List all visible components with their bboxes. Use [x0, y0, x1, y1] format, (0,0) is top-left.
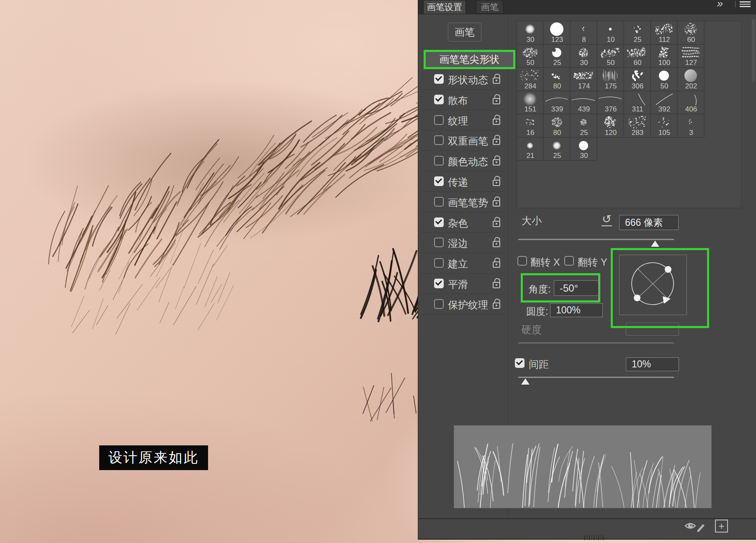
option-row-7[interactable]: 画笔笔势 [420, 192, 507, 212]
new-brush-button[interactable]: + [715, 520, 728, 533]
brush-preset-50[interactable]: 50 [597, 45, 624, 68]
unlock-icon[interactable] [492, 74, 501, 84]
angle-handle-dot[interactable] [634, 295, 640, 301]
brush-preset-406[interactable]: 406 [678, 91, 705, 115]
live-tip-preview-icon[interactable] [684, 520, 709, 533]
brush-tip-shape-item[interactable]: 画笔笔尖形状 [424, 50, 515, 69]
brush-preset-284[interactable]: 284 [517, 68, 544, 91]
option-row-12[interactable]: 保护纹理 [420, 294, 507, 315]
option-row-6[interactable]: 传递 [420, 171, 507, 192]
size-slider[interactable] [518, 239, 674, 240]
brush-preset-3[interactable]: 3 [678, 114, 705, 138]
option-checkbox[interactable] [434, 156, 444, 165]
angle-roundness-widget[interactable] [619, 255, 687, 315]
unlock-icon[interactable] [492, 135, 501, 145]
brush-preset-30[interactable]: 30 [571, 138, 597, 161]
brush-preset-21[interactable]: 21 [517, 138, 544, 161]
brush-preset-30[interactable]: 30 [571, 45, 597, 68]
unlock-icon[interactable] [492, 94, 501, 104]
brush-preset-50[interactable]: 50 [651, 68, 678, 91]
option-checkbox[interactable] [434, 258, 444, 268]
brush-preset-8[interactable]: 8 [571, 21, 597, 45]
option-row-8[interactable]: 杂色 [420, 212, 507, 233]
angle-widget-highlight-box [611, 248, 709, 328]
scrollbar-thumb[interactable] [752, 19, 755, 82]
brush-preset-123[interactable]: 123 [544, 21, 571, 45]
brush-preset-25[interactable]: 25 [544, 45, 571, 68]
brush-preset-30[interactable]: 30 [517, 21, 544, 45]
option-row-9[interactable]: 湿边 [420, 233, 507, 253]
brush-preset-60[interactable]: 60 [624, 45, 651, 68]
brush-preset-439[interactable]: 439 [571, 91, 597, 115]
unlock-icon[interactable] [492, 237, 501, 247]
brush-preset-127[interactable]: 127 [678, 45, 705, 68]
option-row-2[interactable]: 散布 [420, 90, 507, 110]
brush-preset-283[interactable]: 283 [624, 114, 651, 138]
spacing-input[interactable]: 10% [626, 357, 679, 371]
brush-preset-100[interactable]: 100 [651, 45, 678, 68]
brush-preset-25[interactable]: 25 [544, 138, 571, 161]
option-checkbox[interactable] [434, 299, 444, 309]
roundness-input[interactable]: 100% [550, 303, 603, 317]
brush-preset-151[interactable]: 151 [517, 91, 544, 115]
unlock-icon[interactable] [492, 197, 501, 207]
size-input[interactable]: 666 像素 [619, 215, 679, 230]
unlock-icon[interactable] [492, 115, 501, 125]
brush-preset-10[interactable]: 10 [597, 21, 624, 45]
option-checkbox[interactable] [434, 279, 444, 288]
brush-preset-339[interactable]: 339 [544, 91, 571, 115]
brush-preset-50[interactable]: 50 [517, 45, 544, 68]
brush-preset-311[interactable]: 311 [624, 91, 651, 115]
option-row-3[interactable]: 纹理 [420, 110, 507, 131]
brush-preset-80[interactable]: 80 [544, 114, 571, 138]
option-checkbox[interactable] [434, 95, 444, 104]
option-row-5[interactable]: 颜色动态 [420, 151, 507, 171]
unlock-icon[interactable] [492, 155, 501, 165]
option-row-4[interactable]: 双重画笔 [420, 130, 507, 151]
flip-x-checkbox[interactable] [517, 256, 527, 266]
size-slider-thumb[interactable] [651, 240, 659, 247]
option-checkbox[interactable] [434, 115, 444, 125]
brush-preset-120[interactable]: 120 [597, 114, 624, 138]
unlock-icon[interactable] [492, 217, 501, 227]
unlock-icon[interactable] [492, 278, 501, 288]
brush-preset-376[interactable]: 376 [597, 91, 624, 115]
angle-handle-dot[interactable] [665, 266, 671, 273]
option-label: 建立 [448, 257, 468, 271]
option-checkbox[interactable] [434, 238, 444, 247]
collapse-panel-icon[interactable]: » [716, 0, 724, 10]
brush-preset-60[interactable]: 60 [678, 21, 705, 45]
option-row-1[interactable]: 形状动态 [420, 69, 507, 90]
option-row-11[interactable]: 平滑 [420, 274, 507, 294]
option-checkbox[interactable] [434, 217, 444, 227]
tab-brushes[interactable]: 画笔 [476, 0, 504, 14]
spacing-slider[interactable] [518, 377, 674, 378]
brush-preset-112[interactable]: 112 [651, 21, 678, 45]
brush-preset-306[interactable]: 306 [624, 68, 651, 91]
option-checkbox[interactable] [434, 197, 444, 207]
option-checkbox[interactable] [434, 176, 444, 186]
option-row-10[interactable]: 建立 [420, 253, 507, 274]
brush-preset-392[interactable]: 392 [651, 91, 678, 115]
brush-preset-175[interactable]: 175 [597, 68, 624, 91]
brush-preset-105[interactable]: 105 [651, 114, 678, 138]
flip-y-checkbox[interactable] [564, 256, 574, 266]
option-checkbox[interactable] [434, 135, 444, 145]
brush-preset-25[interactable]: 25 [571, 114, 597, 138]
unlock-icon[interactable] [492, 176, 501, 186]
reset-size-icon[interactable]: ↺ [602, 213, 612, 226]
spacing-checkbox[interactable] [515, 358, 525, 368]
brush-preset-80[interactable]: 80 [544, 68, 571, 91]
angle-input[interactable]: -50° [554, 280, 599, 296]
unlock-icon[interactable] [492, 258, 501, 268]
brush-preset-174[interactable]: 174 [571, 68, 597, 91]
brush-preset-202[interactable]: 202 [678, 68, 705, 91]
panel-menu-icon[interactable] [740, 1, 751, 7]
tab-brush-settings[interactable]: 画笔设置 [423, 0, 466, 14]
brush-preset-16[interactable]: 16 [517, 114, 544, 138]
unlock-icon[interactable] [492, 299, 501, 309]
option-checkbox[interactable] [434, 74, 444, 84]
spacing-slider-thumb[interactable] [521, 378, 530, 385]
brushes-button[interactable]: 画笔 [448, 23, 481, 41]
brush-preset-25[interactable]: 25 [624, 21, 651, 45]
